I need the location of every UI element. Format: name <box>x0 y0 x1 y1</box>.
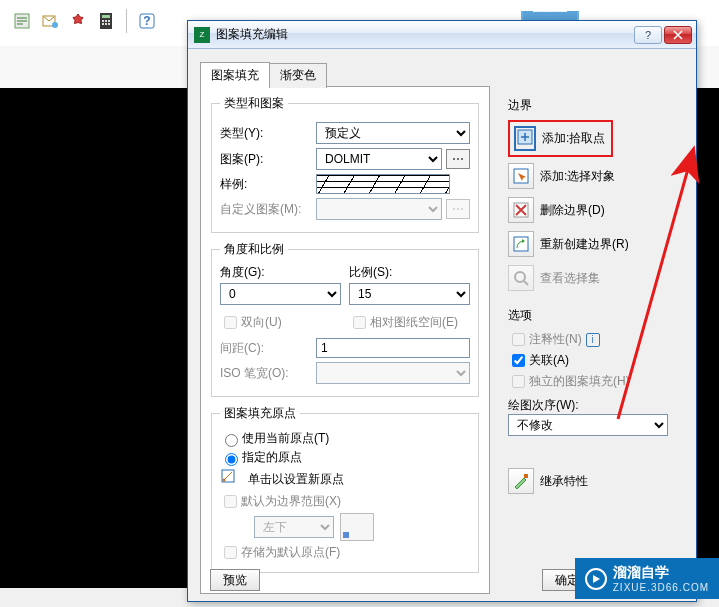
label-type: 类型(Y): <box>220 125 310 142</box>
inherit-props-icon[interactable] <box>508 468 534 494</box>
select-angle[interactable]: 0 <box>220 283 341 305</box>
toolbar-help-icon[interactable]: ? <box>133 7 161 35</box>
toolbar-icon-2[interactable] <box>36 7 64 35</box>
canvas-black-left <box>0 88 190 588</box>
label-default-boundary: 默认为边界范围(X) <box>241 493 341 510</box>
label-add-select-objects[interactable]: 添加:选择对象 <box>540 168 615 185</box>
svg-point-2 <box>52 22 58 28</box>
dialog-body: 图案填充 渐变色 类型和图案 类型(Y): 预定义 图案( <box>188 49 696 601</box>
checkbox-annotative <box>512 333 525 346</box>
label-pick-new: 单击以设置新原点 <box>248 471 344 488</box>
label-store-default: 存储为默认原点(F) <box>241 544 340 561</box>
svg-text:?: ? <box>143 14 150 28</box>
label-sample: 样例: <box>220 176 310 193</box>
label-draw-order: 绘图次序(W): <box>508 397 680 414</box>
checkbox-associative[interactable] <box>512 354 525 367</box>
add-pick-points-icon[interactable] <box>514 126 536 151</box>
label-remove-boundary[interactable]: 删除边界(D) <box>540 202 605 219</box>
tab-gradient[interactable]: 渐变色 <box>269 63 327 88</box>
watermark-sub: ZIXUE.3D66.COM <box>613 582 709 593</box>
tab-panel-hatch: 类型和图案 类型(Y): 预定义 图案(P): DOL <box>200 86 490 594</box>
radio-use-current[interactable] <box>225 434 238 447</box>
svg-rect-6 <box>105 20 107 22</box>
checkbox-separate <box>512 375 525 388</box>
legend-type-pattern: 类型和图案 <box>220 95 288 112</box>
legend-boundary: 边界 <box>508 97 680 114</box>
svg-point-15 <box>461 158 463 160</box>
radio-specify[interactable] <box>225 453 238 466</box>
label-inherit-props[interactable]: 继承特性 <box>540 473 588 490</box>
remove-boundary-icon[interactable] <box>508 197 534 223</box>
toolbar-calculator-icon[interactable] <box>92 7 120 35</box>
toolbar-icon-3[interactable] <box>64 7 92 35</box>
toolbar-icon-1[interactable] <box>8 7 36 35</box>
app-toolbar: ? <box>0 0 169 42</box>
svg-rect-24 <box>514 237 528 251</box>
svg-rect-10 <box>108 23 110 25</box>
checkbox-default-boundary <box>224 495 237 508</box>
origin-preview <box>340 513 374 541</box>
label-scale: 比例(S): <box>349 264 470 281</box>
svg-point-18 <box>461 208 463 210</box>
svg-point-13 <box>453 158 455 160</box>
legend-options: 选项 <box>508 307 680 324</box>
help-button[interactable]: ? <box>634 26 662 44</box>
select-custom <box>316 198 442 220</box>
info-icon[interactable]: i <box>586 333 600 347</box>
label-isopen: ISO 笔宽(O): <box>220 365 310 382</box>
legend-angle-scale: 角度和比例 <box>220 241 288 258</box>
select-draw-order[interactable]: 不修改 <box>508 414 668 436</box>
pattern-browse-button[interactable] <box>446 149 470 169</box>
svg-rect-8 <box>102 23 104 25</box>
svg-point-25 <box>515 272 525 282</box>
tab-container: 图案填充 渐变色 类型和图案 类型(Y): 预定义 图案( <box>200 61 490 594</box>
tab-hatch[interactable]: 图案填充 <box>200 62 270 87</box>
titlebar: Z 图案填充编辑 ? <box>188 21 696 49</box>
pick-origin-icon[interactable] <box>220 468 242 490</box>
select-isopen <box>316 362 470 384</box>
svg-rect-9 <box>105 23 107 25</box>
svg-point-14 <box>457 158 459 160</box>
label-angle: 角度(G): <box>220 264 341 281</box>
label-separate: 独立的图案填充(H) <box>529 373 630 390</box>
input-spacing[interactable] <box>316 338 470 358</box>
watermark: 溜溜自学 ZIXUE.3D66.COM <box>575 558 719 599</box>
fieldset-angle-scale: 角度和比例 角度(G): 0 比例(S): 15 <box>211 241 479 397</box>
fieldset-type-pattern: 类型和图案 类型(Y): 预定义 图案(P): DOL <box>211 95 479 233</box>
fieldset-origin: 图案填充原点 使用当前原点(T) 指定的原点 单击以设置新原点 <box>211 405 479 573</box>
label-associative: 关联(A) <box>529 352 569 369</box>
svg-rect-4 <box>102 15 110 18</box>
pattern-swatch[interactable] <box>316 174 450 194</box>
tab-strip: 图案填充 渐变色 <box>200 61 490 86</box>
preview-button[interactable]: 预览 <box>210 569 260 591</box>
svg-rect-7 <box>108 20 110 22</box>
label-add-pick-points[interactable]: 添加:拾取点 <box>542 130 605 147</box>
watermark-play-icon <box>585 568 607 590</box>
checkbox-store-default <box>224 546 237 559</box>
close-button[interactable] <box>664 26 692 44</box>
hatch-edit-dialog: Z 图案填充编辑 ? 图案填充 渐变色 类型和图案 类型(Y): <box>187 20 697 602</box>
select-origin-pos: 左下 <box>254 516 334 538</box>
legend-origin: 图案填充原点 <box>220 405 300 422</box>
recreate-boundary-icon[interactable] <box>508 231 534 257</box>
add-select-objects-icon[interactable] <box>508 163 534 189</box>
right-column: 边界 添加:拾取点 添加:选择对象 删除边界(D) <box>508 93 680 500</box>
custom-browse-button <box>446 199 470 219</box>
select-pattern[interactable]: DOLMIT <box>316 148 442 170</box>
window-buttons: ? <box>634 26 692 44</box>
highlighted-add-pick-points: 添加:拾取点 <box>508 120 613 157</box>
dialog-title: 图案填充编辑 <box>216 26 634 43</box>
label-annotative: 注释性(N) <box>529 331 582 348</box>
watermark-name: 溜溜自学 <box>613 564 669 580</box>
svg-point-20 <box>223 479 226 482</box>
select-type[interactable]: 预定义 <box>316 122 470 144</box>
label-recreate-boundary[interactable]: 重新创建边界(R) <box>540 236 629 253</box>
label-specify: 指定的原点 <box>242 449 302 466</box>
svg-rect-5 <box>102 20 104 22</box>
svg-point-16 <box>453 208 455 210</box>
svg-rect-26 <box>524 474 528 478</box>
select-scale[interactable]: 15 <box>349 283 470 305</box>
app-icon: Z <box>194 27 210 43</box>
checkbox-double <box>224 316 237 329</box>
label-pattern: 图案(P): <box>220 151 310 168</box>
